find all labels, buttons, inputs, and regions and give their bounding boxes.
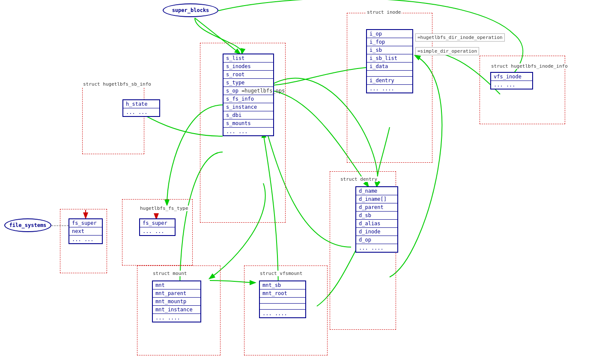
fs-type-label: hugetlbfs_fs_type [139, 206, 189, 211]
field-fs-super-dots: ... ... [69, 236, 102, 243]
field-s-mounts: s_mounts [223, 119, 273, 128]
field-d-op: d_op [356, 236, 397, 244]
struct-inode-info: vfs_inode ... ... [490, 72, 533, 90]
field-s-inodes: s_inodes [223, 63, 273, 71]
struct-dentry: d_name d_iname[] d_parent d_sb d_alias d… [355, 186, 398, 253]
mount-label: struct mount [152, 271, 188, 276]
field-i-sb: i_sb [367, 46, 412, 54]
field-sb-info-dots: ... ... [123, 108, 159, 116]
struct-sb-info: h_state ... ... [122, 99, 160, 117]
struct-fs-super: fs_super next ... ... [69, 218, 103, 244]
field-mnt-parent: mnt_parent [153, 289, 200, 298]
field-i-dots: ... .... [367, 85, 412, 92]
field-mnt-sb: mnt_sb [260, 281, 305, 289]
diagram-container: super_blocks file_systems s_list s_inode… [0, 0, 590, 364]
field-mnt-mountp: mnt_mountp [153, 298, 200, 306]
i-op-annotation: =hugetlbfs_dir_inode_operation [415, 33, 505, 42]
struct-fs-type: fs_super ... ... [139, 218, 176, 236]
field-i-sb-list: i_sb_list [367, 54, 412, 63]
field-mnt: mnt [153, 281, 200, 289]
struct-inode: i_op i_fop i_sb i_sb_list i_data i_dentr… [366, 29, 413, 93]
sb-info-label: struct hugetlbfs_sb_info [82, 81, 152, 87]
field-mnt-root: mnt_root [260, 289, 305, 298]
field-s-root: s_root [223, 71, 273, 79]
field-d-sb: d_sb [356, 212, 397, 220]
struct-mount: mnt mnt_parent mnt_mountp mnt_instance .… [152, 280, 201, 322]
field-i-data: i_data [367, 63, 412, 71]
inode-info-label: struct hugetlbfs_inode_info [490, 63, 569, 69]
field-vfsmount-empty2 [260, 304, 305, 310]
field-s-list: s_list [223, 54, 273, 63]
sb-info-dashed [82, 86, 144, 154]
field-inode-info-dots: ... ... [491, 81, 532, 89]
field-d-inode: d_inode [356, 228, 397, 236]
field-mnt-instance: mnt_instance [153, 306, 200, 314]
struct-super-block: s_list s_inodes s_root s_type s_op =huge… [223, 54, 274, 136]
field-s-instance: s_instance [223, 103, 273, 111]
super-blocks-node: super_blocks [163, 3, 218, 17]
field-vfs-inode: vfs_inode [491, 73, 532, 81]
field-i-op: i_op [367, 30, 412, 38]
field-s-type: s_type [223, 79, 273, 87]
struct-vfsmount: mnt_sb mnt_root ... .... [259, 280, 306, 318]
i-fop-annotation: =simple_dir_operation [415, 47, 479, 55]
field-i-empty [367, 71, 412, 77]
field-i-fop: i_fop [367, 38, 412, 46]
field-d-name: d_name [356, 187, 397, 195]
field-s-op: s_op =hugetlbfs_ops [223, 87, 273, 95]
field-vfsmount-dots: ... .... [260, 310, 305, 317]
file-systems-node: file_systems [4, 218, 51, 232]
field-h-state: h_state [123, 100, 159, 108]
field-mount-dots: ... .... [153, 314, 200, 322]
field-s-fs-info: s_fs_info [223, 95, 273, 103]
field-d-iname: d_iname[] [356, 195, 397, 203]
field-fs-super: fs_super [69, 219, 102, 227]
field-next: next [69, 227, 102, 236]
field-s-dbi: s_dbi [223, 111, 273, 119]
dentry-label: struct dentry [340, 176, 378, 182]
field-vfsmount-empty1 [260, 298, 305, 304]
vfsmount-label: struct vfsmount [259, 271, 303, 276]
field-s-dots: ... ... [223, 128, 273, 135]
inode-label: struct inode [366, 9, 402, 15]
field-fs-type-dots: ... ... [140, 227, 175, 235]
field-i-dentry: i_dentry [367, 77, 412, 85]
field-fs-super2: fs_super [140, 219, 175, 227]
field-d-alias: d_alias [356, 220, 397, 228]
field-d-parent: d_parent [356, 203, 397, 212]
field-dentry-dots: ... .... [356, 244, 397, 252]
